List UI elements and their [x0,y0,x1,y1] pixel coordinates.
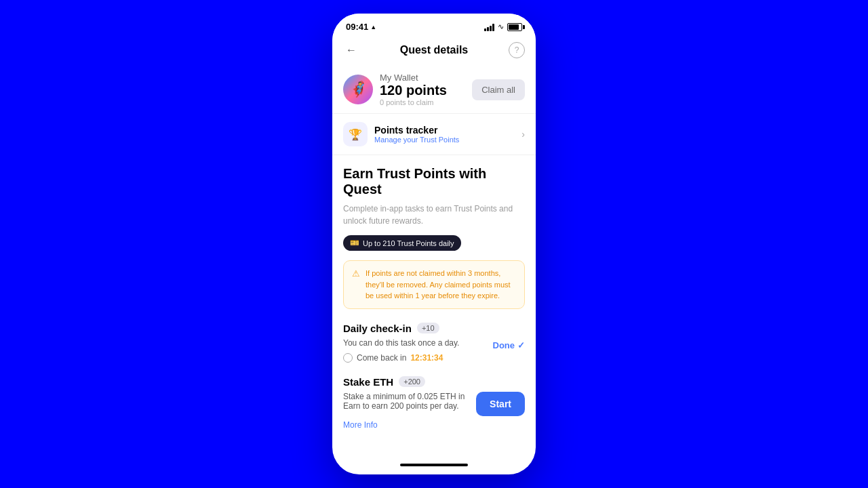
warning-text: If points are not claimed within 3 month… [366,268,516,302]
wallet-points: 120 points [380,83,447,98]
checkin-description: You can do this task once a day. [343,338,459,348]
come-back-row: Come back in 12:31:34 [343,353,525,363]
chevron-right-icon: › [521,129,525,140]
battery-icon [507,23,522,31]
quest-badge: 🎫 Up to 210 Trust Points daily [343,235,461,251]
back-button[interactable]: ← [343,41,359,59]
stake-points: +200 [399,376,425,387]
warning-icon: ⚠ [352,268,360,279]
stake-description: Stake a minimum of 0.025 ETH in Earn to … [343,392,465,411]
home-bar [400,464,468,466]
status-icons: ∿ [484,22,522,31]
wallet-section: 🦸 My Wallet 120 points 0 points to claim… [332,66,536,114]
checkmark-icon: ✓ [517,340,525,350]
tracker-subtitle: Manage your Trust Points [374,136,459,144]
points-tracker-row[interactable]: 🏆 Points tracker Manage your Trust Point… [332,114,536,155]
signal-bars-icon [484,23,494,31]
wallet-name: My Wallet [380,73,447,83]
page-title: Quest details [400,44,468,56]
badge-icon: 🎫 [350,239,359,247]
main-content: 🦸 My Wallet 120 points 0 points to claim… [332,66,536,458]
header: ← Quest details ? [332,36,536,66]
home-indicator [332,458,536,474]
stake-title: Stake ETH [343,376,393,388]
location-arrow-icon: ▲ [370,24,376,30]
more-info-link[interactable]: More Info [343,420,378,430]
stake-eth-section: Stake ETH +200 Stake a minimum of 0.025 … [332,376,536,430]
checkin-points: +10 [417,323,439,333]
status-bar: 09:41 ▲ ∿ [332,14,536,36]
warning-box: ⚠ If points are not claimed within 3 mon… [343,260,525,309]
done-badge: Done ✓ [493,340,526,350]
claim-all-button[interactable]: Claim all [472,79,525,100]
status-time: 09:41 ▲ [346,22,376,32]
phone-frame: 09:41 ▲ ∿ ← Quest details ? [332,14,536,474]
checkin-title: Daily check-in [343,323,412,334]
countdown-timer: 12:31:34 [410,353,443,363]
help-button[interactable]: ? [509,42,525,58]
wallet-info: 🦸 My Wallet 120 points 0 points to claim [343,73,447,106]
circle-icon [343,353,353,363]
avatar: 🦸 [343,75,373,104]
quest-description: Complete in-app tasks to earn Trust Poin… [343,203,525,227]
tracker-title: Points tracker [374,125,459,136]
quest-title: Earn Trust Points with Quest [343,166,525,197]
start-button[interactable]: Start [476,392,525,416]
wallet-text: My Wallet 120 points 0 points to claim [380,73,447,106]
time-text: 09:41 [346,22,368,32]
checkin-header: Daily check-in +10 [343,323,525,334]
wallet-claim-text: 0 points to claim [380,98,447,106]
daily-checkin-section: Daily check-in +10 You can do this task … [332,323,536,363]
stake-header: Stake ETH +200 [343,376,525,388]
quest-content: Earn Trust Points with Quest Complete in… [332,155,536,309]
tracker-icon: 🏆 [343,122,368,146]
wifi-icon: ∿ [498,22,504,31]
